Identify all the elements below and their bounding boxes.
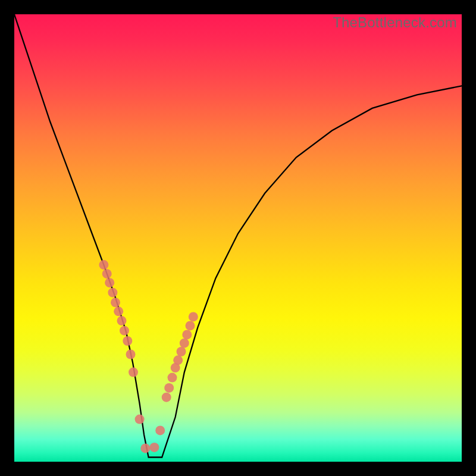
highlight-dot [186,321,195,330]
highlight-dot [126,350,136,359]
highlight-dot [108,288,117,298]
highlight-dot [117,316,127,325]
highlight-dot [123,336,132,346]
highlight-dot [155,425,165,435]
highlight-dot [102,269,112,278]
plot-area: TheBottleneck.com [14,14,462,462]
highlight-dot [129,368,138,377]
bottleneck-curve [14,14,462,458]
highlight-dot [162,393,171,402]
highlight-dot [99,260,108,270]
highlight-dot [177,347,186,356]
highlight-dot [173,355,183,365]
highlight-dot [182,330,192,339]
highlight-dot [111,298,120,307]
chart-overlay [14,14,462,462]
highlight-dot [120,326,129,336]
highlight-dot [180,339,189,348]
highlight-dots-group [99,260,198,453]
highlight-dot [105,278,114,287]
highlight-dot [114,306,123,316]
highlight-dot [135,415,145,424]
highlight-dot [168,373,177,383]
highlight-dot [189,312,198,321]
outer-frame: TheBottleneck.com [0,0,476,476]
highlight-dot [164,383,174,393]
watermark-label: TheBottleneck.com [333,14,457,31]
highlight-dot [140,443,150,453]
highlight-dot [149,443,159,452]
